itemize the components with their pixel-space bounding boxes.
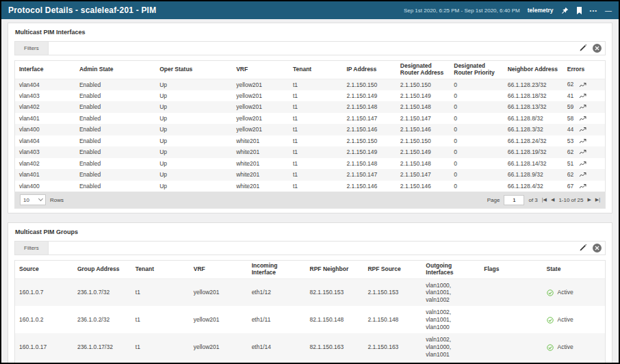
column-header[interactable]: Group Address	[73, 261, 131, 278]
column-header[interactable]: State	[543, 261, 605, 278]
trend-arrow-icon[interactable]	[579, 127, 587, 133]
column-header[interactable]: Interface	[15, 61, 75, 79]
admin-state-cell: Enabled	[75, 181, 155, 192]
trend-arrow-icon[interactable]	[579, 172, 587, 178]
edit-columns-icon[interactable]	[579, 42, 587, 55]
trend-arrow-icon[interactable]	[579, 82, 587, 88]
state-cell: Active	[543, 306, 605, 333]
groups-card: Multicast PIM Groups Filters SourceGroup…	[8, 222, 612, 363]
pin-icon[interactable]	[561, 7, 569, 14]
more-options-icon[interactable]: •••	[590, 8, 597, 14]
column-header[interactable]: Designated Router Address	[396, 61, 450, 79]
incoming-interface-cell: eth1/14	[248, 333, 306, 361]
column-header[interactable]: Tenant	[289, 61, 342, 79]
column-header[interactable]: RPF Neighbor	[306, 261, 364, 278]
neighbor-address-cell: 66.1.128.13/32	[504, 101, 563, 113]
admin-state-cell: Enabled	[75, 135, 155, 147]
tenant-cell: t1	[131, 361, 190, 363]
trend-arrow-icon[interactable]	[579, 149, 587, 155]
filters-tab[interactable]: Filters	[15, 242, 49, 255]
neighbor-address-cell: 66.1.128.18/32	[504, 90, 563, 102]
page-of-label: of 3	[528, 197, 537, 203]
column-header[interactable]: Errors	[563, 61, 605, 79]
column-header[interactable]: Flags	[480, 261, 542, 278]
admin-state-cell: Enabled	[75, 101, 155, 113]
rpf-source-cell: 2.1.150.153	[363, 278, 422, 306]
interface-cell: vlan400	[15, 124, 75, 135]
oper-status-cell: Up	[155, 79, 232, 90]
next-page-button[interactable]: ▶	[587, 197, 591, 203]
groups-table-wrap: SourceGroup AddressTenantVRFIncoming Int…	[14, 260, 606, 363]
tenant-cell: t1	[289, 90, 342, 102]
interfaces-table: InterfaceAdmin StateOper StatusVRFTenant…	[15, 61, 605, 192]
column-header[interactable]: Tenant	[131, 261, 190, 278]
column-header[interactable]: Designated Router Priority	[450, 61, 503, 79]
time-range-picker[interactable]: Sep 1st 2020, 6:25 PM - Sep 1st 2020, 6:…	[404, 8, 520, 14]
interface-cell: vlan402	[15, 101, 75, 113]
column-header[interactable]: VRF	[190, 261, 248, 278]
rpf-neighbor-cell: 82.1.150.153	[306, 278, 364, 306]
vrf-cell: yellow201	[232, 113, 289, 125]
rows-per-page-select[interactable]: 10	[20, 194, 46, 205]
page-title: Protocol Details - scaleleaf-201 - PIM	[8, 5, 156, 15]
dr-priority-cell: 0	[450, 181, 503, 192]
dr-priority-cell: 0	[450, 124, 503, 135]
trend-arrow-icon[interactable]	[579, 138, 587, 144]
vrf-cell: yellow201	[190, 278, 248, 306]
telemetry-link[interactable]: telemetry	[528, 7, 554, 14]
admin-state-cell: Enabled	[75, 124, 155, 135]
table-row: vlan403EnabledUpyellow201t12.1.150.1492.…	[15, 90, 605, 102]
outgoing-interfaces-cell: vlan1000, vlan1001, valn1002	[422, 278, 480, 306]
column-header[interactable]: Incoming Interface	[248, 261, 306, 278]
first-page-button[interactable]: |◀	[542, 197, 547, 203]
edit-columns-icon[interactable]	[579, 242, 587, 255]
page-input[interactable]	[504, 195, 524, 205]
errors-cell: 51	[563, 158, 605, 170]
dr-address-cell: 2.1.150.149	[396, 146, 450, 158]
column-header[interactable]: RPF Source	[363, 261, 422, 278]
trend-arrow-icon[interactable]	[579, 161, 587, 167]
trend-arrow-icon[interactable]	[579, 183, 587, 190]
interfaces-filters-bar[interactable]: Filters	[14, 41, 606, 55]
titlebar-actions: Sep 1st 2020, 6:25 PM - Sep 1st 2020, 6:…	[404, 7, 612, 14]
neighbor-address-cell: 66.1.128.3/32	[504, 124, 563, 135]
column-header[interactable]: VRF	[232, 61, 289, 79]
errors-cell: 58	[563, 113, 605, 125]
errors-cell: 44	[563, 124, 605, 135]
bookmark-icon[interactable]	[576, 7, 582, 14]
rpf-source-cell: 2.1.150.158	[363, 361, 422, 363]
group-address-cell: 236.1.0.2/32	[73, 306, 131, 333]
last-page-button[interactable]: ▶|	[595, 197, 600, 203]
close-icon[interactable]	[593, 44, 602, 53]
oper-status-cell: Up	[155, 181, 232, 192]
column-header[interactable]: Admin State	[75, 61, 155, 79]
column-header[interactable]: Neighbor Address	[504, 61, 563, 79]
neighbor-address-cell: 66.1.128.8/32	[504, 113, 563, 125]
filters-tab[interactable]: Filters	[15, 42, 49, 55]
state-cell: Active	[543, 361, 605, 363]
active-check-icon	[547, 317, 554, 324]
trend-arrow-icon[interactable]	[579, 116, 587, 122]
neighbor-address-cell: 66.1.128.24/32	[504, 135, 563, 147]
neighbor-address-cell: 66.1.128.23/32	[504, 79, 563, 90]
groups-filters-bar[interactable]: Filters	[14, 241, 606, 255]
dr-address-cell: 2.1.150.150	[396, 79, 450, 90]
tenant-cell: t1	[289, 135, 342, 147]
tenant-cell: t1	[289, 169, 342, 181]
tenant-cell: t1	[131, 333, 190, 361]
column-header[interactable]: Oper Status	[155, 61, 232, 79]
column-header[interactable]: Source	[15, 261, 73, 278]
source-cell: 160.1.0.17	[15, 333, 73, 361]
column-header[interactable]: Outgoing Interfaces	[422, 261, 480, 278]
prev-page-button[interactable]: ◀	[551, 197, 554, 203]
trend-arrow-icon[interactable]	[579, 93, 587, 99]
column-header[interactable]: IP Address	[342, 61, 396, 79]
close-icon[interactable]	[593, 244, 602, 252]
minimize-icon[interactable]: —	[605, 7, 612, 14]
trend-arrow-icon[interactable]	[579, 104, 587, 110]
rows-label: Rows	[50, 197, 64, 203]
state-cell: Active	[543, 333, 605, 361]
vrf-cell: yellow201	[190, 306, 248, 333]
filters-actions	[579, 42, 605, 55]
active-check-icon	[547, 344, 554, 351]
